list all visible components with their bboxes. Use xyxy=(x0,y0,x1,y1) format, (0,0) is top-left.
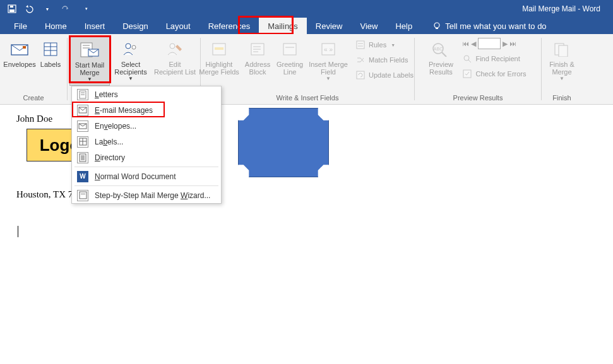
start-mail-merge-icon xyxy=(80,40,100,60)
greeting-line-icon xyxy=(280,39,300,59)
tab-file[interactable]: File xyxy=(0,18,36,34)
tab-home[interactable]: Home xyxy=(36,18,76,34)
tab-mailings[interactable]: Mailings xyxy=(259,18,307,34)
qat-customize-icon[interactable]: ▾ xyxy=(81,3,92,15)
svg-rect-19 xyxy=(215,47,223,50)
menu-letters[interactable]: Letters xyxy=(72,86,221,102)
rules-icon xyxy=(355,40,366,50)
svg-rect-24 xyxy=(283,44,296,55)
chevron-down-icon: ▼ xyxy=(87,77,92,83)
rules-label: Rules xyxy=(369,41,386,49)
chevron-down-icon: ▼ xyxy=(391,43,395,47)
update-labels-button[interactable]: Update Labels xyxy=(353,68,416,82)
first-record-icon: ⏮ xyxy=(462,40,469,47)
next-record-icon: ▶ xyxy=(503,40,508,48)
rules-button[interactable]: Rules ▼ xyxy=(353,38,416,52)
menu-envelopes[interactable]: Envelopes... xyxy=(72,118,221,134)
menu-email-messages[interactable]: E-mail Messages xyxy=(72,102,221,118)
find-recipient-button[interactable]: Find Recipient xyxy=(460,52,528,66)
tab-review[interactable]: Review xyxy=(307,18,352,34)
svg-rect-48 xyxy=(80,154,86,161)
tab-help[interactable]: Help xyxy=(386,18,421,34)
menu-wizard[interactable]: Step-by-Step Mail Merge Wizard... xyxy=(72,187,221,203)
envelopes-label: Envelopes xyxy=(3,61,35,68)
edit-recipient-list-button[interactable]: Edit Recipient List xyxy=(152,37,198,78)
text-cursor xyxy=(18,226,18,237)
plaque-shape[interactable] xyxy=(238,108,329,177)
tab-references[interactable]: References xyxy=(199,18,259,34)
svg-rect-39 xyxy=(559,45,568,57)
menu-normal-document[interactable]: W Normal Word Document xyxy=(72,168,221,184)
highlight-merge-fields-button[interactable]: Highlight Merge Fields xyxy=(196,37,242,78)
match-fields-label: Match Fields xyxy=(369,56,408,64)
tab-insert[interactable]: Insert xyxy=(76,18,114,34)
menu-directory-label: Directory xyxy=(95,153,125,162)
document-canvas[interactable]: John Doe Houston, TX 7 Logo Letters E-ma… xyxy=(0,105,613,364)
edit-recipient-list-icon xyxy=(165,39,185,59)
labels-icon xyxy=(40,39,61,59)
insert-merge-field-button[interactable]: « » Insert Merge Field ▼ xyxy=(306,37,350,85)
svg-point-17 xyxy=(170,44,175,49)
tab-layout[interactable]: Layout xyxy=(157,18,199,34)
svg-line-36 xyxy=(468,60,471,62)
start-mail-merge-button[interactable]: Start Mail Merge ▼ xyxy=(69,37,110,86)
record-number-input[interactable] xyxy=(478,38,501,49)
letters-icon xyxy=(77,89,88,100)
save-icon[interactable] xyxy=(6,3,18,15)
svg-text:ABC: ABC xyxy=(434,47,443,51)
chevron-down-icon: ▼ xyxy=(559,76,564,82)
tell-me-search[interactable]: Tell me what you want to do xyxy=(421,21,546,31)
find-recipient-label: Find Recipient xyxy=(475,55,520,62)
find-recipient-icon xyxy=(462,54,472,64)
email-icon xyxy=(77,105,88,116)
greeting-line-button[interactable]: Greeting Line xyxy=(273,37,306,78)
select-recipients-icon xyxy=(121,39,141,59)
svg-point-3 xyxy=(434,23,439,28)
svg-rect-53 xyxy=(80,192,86,199)
update-labels-label: Update Labels xyxy=(369,71,414,79)
group-label-preview: Preview Results xyxy=(419,93,537,104)
address-block-button[interactable]: Address Block xyxy=(242,37,273,78)
directory-icon xyxy=(77,152,88,163)
insert-merge-field-icon: « » xyxy=(318,39,338,59)
finish-merge-button[interactable]: Finish & Merge ▼ xyxy=(544,37,580,85)
address-block-icon xyxy=(247,39,268,59)
menu-directory[interactable]: Directory xyxy=(72,150,221,165)
svg-line-33 xyxy=(442,52,446,57)
highlight-icon xyxy=(209,39,229,59)
select-recipients-button[interactable]: Select Recipients ▼ xyxy=(110,37,152,85)
group-label-finish: Finish xyxy=(545,93,578,104)
check-errors-label: Check for Errors xyxy=(475,70,526,78)
finish-merge-label: Finish & Merge xyxy=(549,61,574,76)
select-recipients-label: Select Recipients xyxy=(114,61,146,76)
preview-results-button[interactable]: ABC Preview Results xyxy=(424,37,457,78)
record-nav[interactable]: ⏮ ◀ ▶ ⏭ xyxy=(460,37,528,50)
start-mail-merge-label: Start Mail Merge xyxy=(75,61,104,76)
svg-rect-6 xyxy=(23,46,26,49)
svg-point-15 xyxy=(126,44,131,49)
undo-icon[interactable] xyxy=(24,3,35,15)
chevron-down-icon: ▼ xyxy=(326,76,331,82)
svg-rect-4 xyxy=(436,28,438,29)
tab-design[interactable]: Design xyxy=(114,18,157,34)
svg-rect-2 xyxy=(10,6,13,8)
doc-city-text: Houston, TX 7 xyxy=(16,189,73,200)
check-errors-button[interactable]: Check for Errors xyxy=(460,67,528,81)
match-fields-button[interactable]: Match Fields xyxy=(353,53,416,67)
redo-icon[interactable] xyxy=(59,3,71,15)
menu-envelopes-label: Envelopes... xyxy=(95,122,136,131)
preview-results-icon: ABC xyxy=(431,39,451,59)
labels-button[interactable]: Labels xyxy=(37,37,64,71)
match-fields-icon xyxy=(355,55,366,65)
envelope-small-icon xyxy=(77,120,88,132)
menu-labels[interactable]: Labels... xyxy=(72,134,221,150)
doc-name-text: John Doe xyxy=(16,114,52,124)
tab-view[interactable]: View xyxy=(351,18,386,34)
group-label-write-insert: Write & Insert Fields xyxy=(205,93,410,104)
group-label-create: Create xyxy=(4,93,63,104)
highlight-label: Highlight Merge Fields xyxy=(199,61,239,76)
envelopes-button[interactable]: Envelopes xyxy=(3,37,37,71)
menu-normal-label: Normal Word Document xyxy=(95,172,176,181)
undo-dropdown-icon[interactable]: ▼ xyxy=(42,3,53,15)
greeting-line-label: Greeting Line xyxy=(277,61,303,76)
